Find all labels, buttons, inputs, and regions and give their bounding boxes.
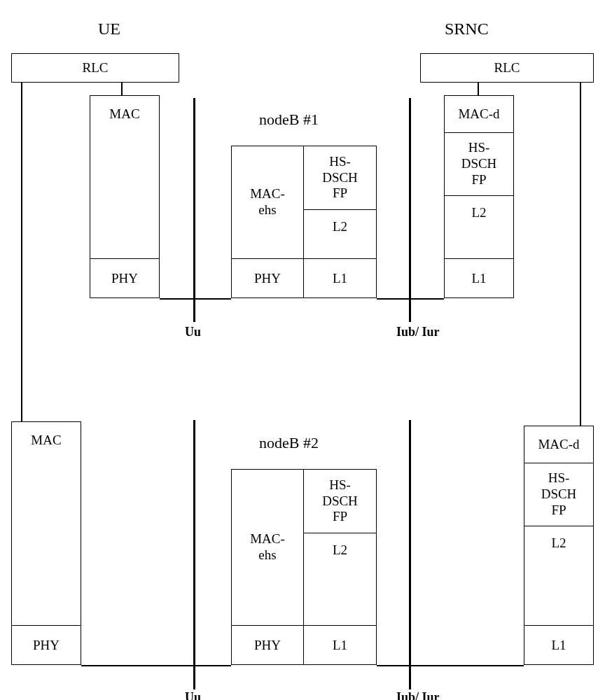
conn-srnc-right-long <box>580 83 581 426</box>
nodeb2-hs: HS- DSCH FP <box>304 470 376 533</box>
srnc-stack-2: MAC-d HS- DSCH FP L2 L1 <box>524 426 594 665</box>
rlc-label-srnc: RLC <box>494 60 520 76</box>
nodeb2-l1: L1 <box>304 625 376 664</box>
ue1-mac: MAC <box>90 96 159 132</box>
srnc1-hs: HS- DSCH FP <box>445 132 513 195</box>
srnc2-l2: L2 <box>524 526 593 559</box>
srnc1-macd: MAC-d <box>445 96 513 132</box>
uu-line-1 <box>193 98 195 322</box>
nodeb1-title: nodeB #1 <box>259 111 319 129</box>
rlc-label-ue: RLC <box>83 60 109 76</box>
conn-ue-left-long <box>21 83 22 421</box>
conn-ue1-nodeb1 <box>160 298 231 300</box>
nodeb2-macehs: MAC- ehs <box>232 470 303 625</box>
nodeb1-macehs: MAC- ehs <box>232 146 303 258</box>
ue1-phy: PHY <box>90 258 159 298</box>
uu-line-2 <box>193 420 195 690</box>
nodeb1-phy: PHY <box>232 258 303 298</box>
iub-line-2 <box>409 420 411 690</box>
srnc2-l1: L1 <box>524 625 593 664</box>
srnc-stack-1: MAC-d HS- DSCH FP L2 L1 <box>444 95 514 298</box>
iub-label-1: Iub/ Iur <box>396 325 440 340</box>
srnc1-l2: L2 <box>445 195 513 229</box>
uu-label-2: Uu <box>185 690 201 700</box>
srnc2-macd: MAC-d <box>524 426 593 463</box>
rlc-box-ue: RLC <box>11 53 179 83</box>
nodeb1-l2: L2 <box>304 209 376 243</box>
nodeb1-box: MAC- ehs PHY HS- DSCH FP L2 L1 <box>231 146 377 298</box>
header-ue: UE <box>98 20 120 38</box>
iub-line-1 <box>409 98 411 322</box>
header-srnc: SRNC <box>445 20 489 38</box>
nodeb1-hs: HS- DSCH FP <box>304 146 376 209</box>
rlc-box-srnc: RLC <box>420 53 594 83</box>
ue2-mac: MAC <box>12 422 81 458</box>
conn-nodeb2-srnc2 <box>377 665 524 666</box>
conn-ue2-nodeb2 <box>81 665 231 666</box>
nodeb2-l2: L2 <box>304 533 376 566</box>
iub-label-2: Iub/ Iur <box>396 690 440 700</box>
srnc2-hs: HS- DSCH FP <box>524 463 593 526</box>
conn-ue-rlc-mac <box>121 83 123 95</box>
ue-stack-1: MAC PHY <box>90 95 160 298</box>
ue-stack-2: MAC PHY <box>11 421 81 665</box>
nodeb2-box: MAC- ehs PHY HS- DSCH FP L2 L1 <box>231 469 377 665</box>
nodeb2-phy: PHY <box>232 625 303 664</box>
nodeb1-l1: L1 <box>304 258 376 298</box>
ue2-phy: PHY <box>12 625 81 664</box>
conn-srnc-rlc-macd <box>478 83 479 95</box>
nodeb2-title: nodeB #2 <box>259 434 319 452</box>
uu-label-1: Uu <box>185 325 201 340</box>
srnc1-l1: L1 <box>445 258 513 298</box>
